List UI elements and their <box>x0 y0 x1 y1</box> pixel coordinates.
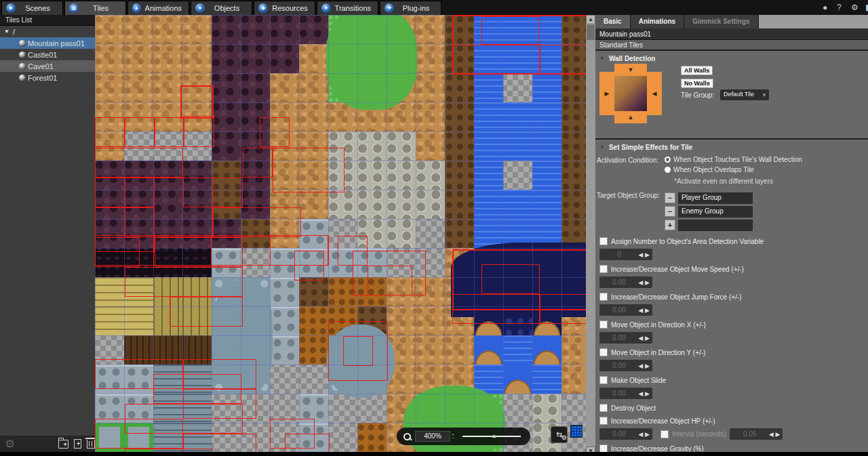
value-stepper[interactable]: 0.00◀▶ <box>599 360 652 371</box>
group-field[interactable]: Player Group <box>678 192 753 204</box>
tile[interactable] <box>532 73 561 102</box>
tile[interactable] <box>212 44 241 73</box>
tile[interactable] <box>270 306 299 335</box>
settings-icon[interactable]: ⚙ <box>851 2 859 13</box>
no-walls-button[interactable]: No Walls <box>681 79 713 88</box>
tile[interactable] <box>503 102 532 131</box>
tile[interactable] <box>124 73 153 102</box>
tile[interactable] <box>299 277 328 306</box>
effect-checkbox[interactable] <box>599 265 608 273</box>
tile[interactable] <box>299 73 328 102</box>
tile[interactable] <box>95 44 124 73</box>
tile[interactable] <box>474 161 503 190</box>
tile[interactable] <box>416 131 445 161</box>
tile[interactable] <box>270 44 299 73</box>
tile[interactable] <box>270 73 299 102</box>
tile[interactable] <box>299 15 328 44</box>
tile[interactable] <box>270 15 299 44</box>
panel-scrollbar[interactable]: ▲ ▼ <box>586 15 595 456</box>
effect-checkbox[interactable] <box>599 417 608 425</box>
tile[interactable] <box>474 335 503 365</box>
increment-arrow[interactable]: ▶ <box>645 390 650 397</box>
delete-tile-icon[interactable] <box>87 440 95 449</box>
tile[interactable] <box>474 190 503 219</box>
panel-tab-basic[interactable]: Basic <box>595 15 631 28</box>
increment-arrow[interactable]: ▶ <box>776 431 781 438</box>
wall-bottom-toggle[interactable]: ▲ <box>614 111 647 123</box>
panel-tab-animations[interactable]: Animations <box>631 15 684 28</box>
effect-checkbox[interactable] <box>599 404 608 412</box>
effect-checkbox[interactable] <box>599 237 608 245</box>
effect-checkbox[interactable] <box>599 293 608 301</box>
value-stepper[interactable]: 0.00◀▶ <box>599 428 652 440</box>
tile[interactable] <box>416 102 445 131</box>
wall-top-toggle[interactable]: ▼ <box>614 64 647 76</box>
tile[interactable] <box>416 306 445 335</box>
zoom-stepper[interactable]: +− <box>452 433 454 440</box>
tile[interactable] <box>212 73 241 102</box>
tile[interactable] <box>445 161 474 190</box>
tile[interactable] <box>532 365 561 394</box>
tile[interactable] <box>445 190 474 219</box>
status-icon[interactable]: ● <box>823 2 827 13</box>
tile[interactable] <box>532 394 561 423</box>
tile[interactable] <box>387 131 416 161</box>
effect-checkbox[interactable] <box>599 348 608 356</box>
panel-icon[interactable]: ▮ <box>865 2 868 13</box>
decrement-arrow[interactable]: ◀ <box>769 431 774 438</box>
tile[interactable] <box>503 131 532 161</box>
value-stepper[interactable]: 0.00◀▶ <box>599 304 652 316</box>
group-field[interactable]: Enemy Group <box>678 206 753 217</box>
tile[interactable] <box>124 306 153 335</box>
wall-left-toggle[interactable]: ▶ <box>599 72 614 115</box>
tile[interactable] <box>299 335 328 365</box>
effect-checkbox[interactable] <box>599 320 608 329</box>
tab-objects[interactable]: ●Objects <box>191 1 252 15</box>
tile[interactable] <box>153 73 182 102</box>
tile[interactable] <box>212 15 241 44</box>
tile[interactable] <box>532 102 561 131</box>
tile[interactable] <box>474 73 503 102</box>
tile[interactable] <box>416 15 445 44</box>
tile[interactable] <box>416 335 445 365</box>
increment-arrow[interactable]: ▶ <box>645 362 650 369</box>
all-walls-button[interactable]: All Walls <box>681 66 713 75</box>
zoom-slider-thumb[interactable]: ▲ <box>491 433 497 439</box>
tiles-list-item-cave01[interactable]: Cave01 <box>0 60 95 72</box>
tile[interactable] <box>416 73 445 102</box>
tab-plugins[interactable]: ✚Plug-ins <box>380 1 441 15</box>
tile[interactable] <box>241 44 270 73</box>
tile[interactable] <box>387 219 416 248</box>
wall-detection-header[interactable]: ▼ Wall Detection <box>595 51 868 64</box>
add-group-button[interactable]: + <box>665 220 675 230</box>
radio-icon[interactable] <box>665 167 671 173</box>
tile[interactable] <box>270 335 299 365</box>
scroll-up-button[interactable]: ▲ <box>586 15 595 24</box>
tiles-list-item-forest01[interactable]: Forest01 <box>0 72 95 83</box>
value-stepper[interactable]: 0.00◀▶ <box>599 332 652 344</box>
tile[interactable] <box>241 73 270 102</box>
tab-resources[interactable]: ◆Resources <box>254 1 315 15</box>
tile[interactable] <box>416 44 445 73</box>
tile[interactable] <box>387 190 416 219</box>
activation-radio[interactable]: When Object Overlaps Tile <box>665 165 802 173</box>
value-stepper[interactable]: 0.00◀▶ <box>599 388 652 399</box>
collapse-icon[interactable]: ▼ <box>599 56 605 62</box>
tile[interactable] <box>212 102 241 131</box>
decrement-arrow[interactable]: ◀ <box>638 251 643 258</box>
tile[interactable] <box>95 73 124 102</box>
tile[interactable] <box>503 335 532 365</box>
tile[interactable] <box>532 335 561 365</box>
tile[interactable] <box>95 277 124 306</box>
increment-arrow[interactable]: ▶ <box>645 307 650 314</box>
tileset-canvas[interactable]: 400% +− ▲ ⇆ <box>95 15 586 456</box>
collapse-icon[interactable]: ▼ <box>599 144 605 150</box>
tile[interactable] <box>153 15 182 44</box>
tile[interactable] <box>299 306 328 335</box>
tile[interactable] <box>532 190 561 219</box>
tileset-settings-icon[interactable]: ⇆ <box>551 426 568 443</box>
tile[interactable] <box>561 161 586 190</box>
tile[interactable] <box>299 44 328 73</box>
increment-arrow[interactable]: ▶ <box>645 279 650 286</box>
tile[interactable] <box>387 306 416 335</box>
